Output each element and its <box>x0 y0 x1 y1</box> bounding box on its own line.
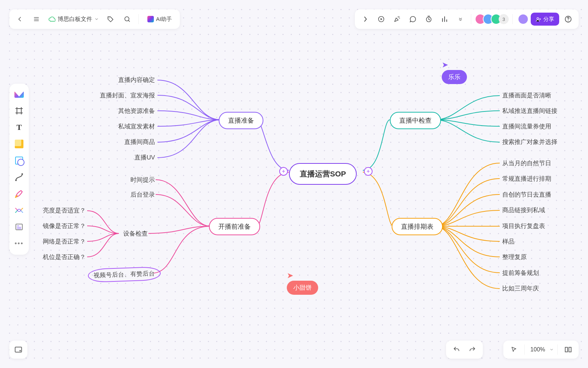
search-button[interactable] <box>120 12 134 26</box>
poll-button[interactable] <box>438 12 451 26</box>
branch-node-schedule[interactable]: 直播排期表 <box>392 218 443 235</box>
leaf-text[interactable]: 提前筹备规划 <box>502 269 539 277</box>
help-button[interactable] <box>561 12 575 26</box>
menu-button[interactable] <box>30 12 43 26</box>
leaf-text[interactable]: 其他资源准备 <box>118 107 155 115</box>
expand-button[interactable] <box>358 12 372 26</box>
leaf-text[interactable]: 样品 <box>502 238 514 246</box>
celebrate-button[interactable] <box>390 12 404 26</box>
leaf-text[interactable]: 私域宣发素材 <box>118 123 155 131</box>
user-plus-icon <box>536 17 541 22</box>
leaf-text[interactable]: 搜索推广对象并选择 <box>502 138 557 146</box>
app-logo[interactable] <box>12 87 27 102</box>
redo-icon <box>469 346 476 353</box>
tag-button[interactable] <box>104 12 117 26</box>
leaf-text[interactable]: 常规直播进行排期 <box>502 175 551 183</box>
template-icon <box>15 223 23 231</box>
undo-icon <box>453 346 460 353</box>
share-label: 分享 <box>543 16 554 23</box>
mindmap-root-node[interactable]: 直播运营SOP <box>289 163 357 185</box>
ai-assistant-button[interactable]: AI助手 <box>143 12 176 26</box>
leaf-text[interactable]: 镜像是否正常？ <box>43 222 86 230</box>
fit-view-button[interactable] <box>561 343 575 356</box>
node-label: 直播运营SOP <box>300 169 346 179</box>
svg-point-7 <box>22 173 23 175</box>
cursor-mode-button[interactable] <box>507 343 521 356</box>
minimap-icon <box>14 345 23 354</box>
leaf-text[interactable]: 私域推送直播间链接 <box>502 107 557 115</box>
leaf-text[interactable]: 直播封面、宣发海报 <box>100 92 155 100</box>
leaf-text[interactable]: 后台登录 <box>130 191 155 199</box>
mindmap-tool-button[interactable] <box>12 203 27 218</box>
play-circle-icon <box>378 16 385 23</box>
pen-tool-button[interactable] <box>12 186 27 201</box>
add-node-left-button[interactable]: + <box>279 167 288 176</box>
present-button[interactable] <box>374 12 388 26</box>
header-left-toolbar: 博思白板文件 AI助手 <box>9 9 180 29</box>
undo-button[interactable] <box>450 343 463 356</box>
branch-node-during[interactable]: 直播中检查 <box>390 112 441 129</box>
collaborator-avatars[interactable]: 3 <box>475 14 509 25</box>
leaf-text[interactable]: 整理复原 <box>502 253 527 261</box>
chevron-right-icon <box>364 16 367 22</box>
timer-button[interactable] <box>422 12 436 26</box>
sticky-note-button[interactable] <box>12 136 27 152</box>
more-tools-button[interactable] <box>454 12 467 26</box>
more-icon: ••• <box>15 240 24 247</box>
leaf-text[interactable]: 从当月的自然节日 <box>502 159 551 167</box>
leaf-text[interactable]: 直播间流量券使用 <box>502 123 551 131</box>
ai-logo-icon <box>147 16 154 22</box>
header-right-toolbar: 3 分享 <box>355 9 579 29</box>
party-icon <box>393 16 401 23</box>
timer-icon <box>425 16 432 23</box>
svg-point-6 <box>15 180 17 181</box>
leaf-circled[interactable]: 视频号后台、有赞后台 <box>88 266 161 282</box>
file-name-dropdown[interactable]: 博思白板文件 <box>46 16 101 23</box>
leaf-text[interactable]: 网络是否正常？ <box>43 238 86 246</box>
svg-point-11 <box>19 350 21 351</box>
minimap-button[interactable] <box>9 341 27 359</box>
share-button[interactable]: 分享 <box>531 13 559 26</box>
leaf-text[interactable]: 自创的节日去直播 <box>502 191 551 199</box>
cursor-username: 小甜饼 <box>287 281 318 295</box>
leaf-text[interactable]: 直播UV <box>134 154 155 162</box>
back-button[interactable] <box>13 12 27 26</box>
add-node-right-button[interactable]: + <box>364 167 373 176</box>
zoom-level-text[interactable]: 100% <box>528 346 547 353</box>
leaf-device-check[interactable]: 设备检查 <box>123 230 148 238</box>
frame-tool-button[interactable] <box>12 103 27 118</box>
leaf-text[interactable]: 亮度是否适宜？ <box>43 207 86 215</box>
text-tool-button[interactable]: T <box>12 120 27 135</box>
shape-icon <box>15 157 23 165</box>
book-open-icon <box>564 346 572 354</box>
frame-icon <box>15 106 23 115</box>
more-tools-button[interactable]: ••• <box>12 236 27 251</box>
leaf-text[interactable]: 时间提示 <box>130 176 155 184</box>
chevron-down-icon <box>458 17 463 22</box>
pen-icon <box>14 189 24 198</box>
branch-node-prep[interactable]: 直播准备 <box>219 112 263 129</box>
connector-tool-button[interactable] <box>12 170 27 185</box>
current-user-avatar[interactable] <box>518 14 529 25</box>
redo-button[interactable] <box>466 343 479 356</box>
logo-icon <box>14 91 24 98</box>
chevron-left-icon <box>17 16 23 22</box>
cursor-username: 乐乐 <box>442 70 467 84</box>
branch-node-prebroadcast[interactable]: 开播前准备 <box>209 218 260 235</box>
file-name-text: 博思白板文件 <box>58 16 92 23</box>
template-tool-button[interactable] <box>12 219 27 235</box>
leaf-text[interactable]: 机位是否正确？ <box>43 253 86 261</box>
canvas-stage[interactable]: 直播运营SOP + + 直播准备 开播前准备 直播中检查 直播排期表 直播内容确… <box>4 4 584 364</box>
leaf-text[interactable]: 直播内容确定 <box>118 76 155 84</box>
leaf-text[interactable]: 直播画面是否清晰 <box>502 92 551 100</box>
user-cursor: ➤ 小甜饼 <box>287 273 318 295</box>
svg-rect-8 <box>18 209 21 211</box>
shape-tool-button[interactable] <box>12 153 27 168</box>
comment-button[interactable] <box>406 12 420 26</box>
leaf-text[interactable]: 直播间商品 <box>124 138 155 146</box>
leaf-text[interactable]: 比如三周年庆 <box>502 285 539 293</box>
leaf-text[interactable]: 商品链接到私域 <box>502 206 545 214</box>
cursor-icon <box>511 346 517 353</box>
chevron-down-icon[interactable] <box>549 347 554 352</box>
leaf-text[interactable]: 项目执行复盘表 <box>502 222 545 230</box>
